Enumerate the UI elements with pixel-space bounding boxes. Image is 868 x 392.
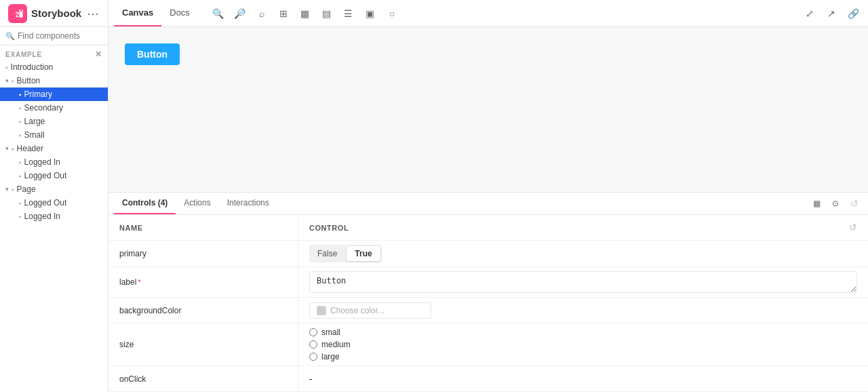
preview-button[interactable]: Button [125, 43, 180, 65]
tab-interactions[interactable]: Interactions [219, 193, 277, 214]
menu-button[interactable]: ⋯ [85, 4, 100, 23]
label-input[interactable]: Button [309, 271, 857, 293]
component-icon: ▪ [19, 199, 22, 207]
folder-icon: ▪ [12, 77, 14, 85]
control-value-size: small medium large [298, 324, 868, 366]
component-icon: ▪ [19, 172, 22, 180]
radio-small-input[interactable] [309, 328, 317, 336]
list-icon[interactable]: ☰ [339, 4, 358, 23]
grid-view-icon[interactable]: ⊞ [274, 4, 293, 23]
zoom-out-icon[interactable]: 🔎 [231, 4, 250, 23]
control-row-backgroundcolor: backgroundColor Choose color... [108, 298, 868, 324]
sidebar: 🔍 / EXAMPLE ✕ ▪ Introduction ▾ ▪ Button … [0, 27, 108, 392]
content-area: Button Controls (4) Actions Interactions… [108, 27, 868, 392]
section-header: EXAMPLE ✕ [0, 45, 108, 60]
tab-canvas[interactable]: Canvas [114, 0, 161, 26]
radio-medium-input[interactable] [309, 340, 317, 349]
control-row-label: label* Button [108, 267, 868, 298]
tab-actions[interactable]: Actions [176, 193, 218, 214]
control-name-size: size [108, 324, 298, 366]
expand-icon[interactable]: ⤢ [800, 4, 819, 23]
sidebar-item-logged-in-page[interactable]: ▪ Logged In [0, 210, 108, 223]
chevron-down-icon: ▾ [5, 186, 9, 193]
radio-large[interactable]: large [309, 352, 351, 361]
ctrl-tab-icons: ▦ ⊙ ↺ [808, 195, 863, 212]
sidebar-item-header[interactable]: ▾ ▪ Header [0, 142, 108, 155]
grid-view-icon[interactable]: ▦ [808, 195, 825, 212]
control-value-primary: False True [298, 241, 868, 267]
radio-medium-label: medium [321, 340, 351, 349]
controls-panel: Controls (4) Actions Interactions ▦ ⊙ ↺ … [108, 192, 868, 392]
chevron-down-icon: ▾ [5, 145, 9, 152]
color-picker-button[interactable]: Choose color... [309, 302, 431, 319]
control-value-backgroundcolor: Choose color... [298, 298, 868, 323]
search-bar: 🔍 / [0, 27, 108, 45]
close-section-icon[interactable]: ✕ [95, 50, 102, 59]
search-input[interactable] [18, 31, 108, 41]
circle-icon[interactable]: ○ [382, 4, 401, 23]
component-icon: ▪ [19, 91, 22, 98]
app-name: Storybook [31, 7, 81, 19]
required-indicator: * [138, 278, 140, 286]
control-value-label: Button [298, 267, 868, 297]
toggle-group-primary: False True [309, 245, 382, 262]
folder-icon: ▪ [12, 145, 14, 153]
component-icon: ▪ [19, 159, 22, 166]
onclick-value: - [309, 374, 312, 384]
canvas-area: Button [108, 27, 868, 192]
grid-list-icon[interactable]: ▦ [296, 4, 315, 23]
toggle-true-button[interactable]: True [347, 246, 380, 261]
controls-header-row: Name Control ↺ [108, 215, 868, 241]
component-icon: ▪ [19, 213, 22, 220]
sidebar-item-logged-in-header[interactable]: ▪ Logged In [0, 155, 108, 169]
sidebar-item-primary[interactable]: ▪ Primary [0, 87, 108, 101]
component-icon: ▪ [19, 132, 22, 139]
control-name-label: label* [108, 267, 298, 297]
sidebar-item-button[interactable]: ▾ ▪ Button [0, 74, 108, 87]
radio-large-label: large [321, 352, 340, 361]
sidebar-item-label: Button [17, 76, 41, 85]
tab-controls[interactable]: Controls (4) [114, 193, 176, 214]
control-name-onclick: onClick [108, 366, 298, 391]
sidebar-item-logged-out-header[interactable]: ▪ Logged Out [0, 169, 108, 182]
top-bar: Storybook ⋯ Canvas Docs 🔍 🔎 ⌕ ⊞ ▦ ▤ ☰ ▣ … [0, 0, 868, 27]
sidebar-item-introduction[interactable]: ▪ Introduction [0, 60, 108, 74]
sidebar-item-label: Page [17, 184, 36, 194]
sidebar-item-logged-out-page[interactable]: ▪ Logged Out [0, 196, 108, 210]
sidebar-icon[interactable]: ▣ [361, 4, 380, 23]
color-placeholder: Choose color... [330, 306, 384, 315]
chevron-down-icon: ▾ [5, 77, 9, 84]
radio-large-input[interactable] [309, 353, 317, 361]
sidebar-item-secondary[interactable]: ▪ Secondary [0, 101, 108, 115]
link-icon[interactable]: 🔗 [844, 4, 863, 23]
radio-small[interactable]: small [309, 328, 351, 337]
search-icon[interactable]: ⌕ [252, 4, 271, 23]
settings-icon[interactable]: ⊙ [827, 195, 844, 212]
sidebar-item-small[interactable]: ▪ Small [0, 128, 108, 142]
toggle-false-button[interactable]: False [309, 245, 345, 262]
zoom-in-icon[interactable]: 🔍 [209, 4, 228, 23]
share-icon[interactable]: ↗ [822, 4, 841, 23]
doc-icon: ▪ [5, 64, 8, 71]
radio-medium[interactable]: medium [309, 340, 351, 349]
control-name-primary: primary [108, 241, 298, 267]
sidebar-item-label: Large [24, 117, 45, 126]
sidebar-item-label: Header [17, 144, 43, 153]
reset-all-icon[interactable]: ↺ [849, 222, 857, 233]
sidebar-item-label: Introduction [11, 62, 54, 72]
sidebar-item-label: Secondary [24, 103, 63, 113]
control-value-onclick: - [298, 366, 868, 391]
radio-small-label: small [321, 328, 340, 337]
search-icon: 🔍 [5, 32, 15, 41]
tab-docs[interactable]: Docs [161, 0, 198, 26]
sidebar-item-label: Logged In [24, 212, 60, 221]
control-name-backgroundcolor: backgroundColor [108, 298, 298, 323]
sidebar-item-page[interactable]: ▾ ▪ Page [0, 182, 108, 196]
radio-group-size: small medium large [309, 328, 351, 361]
section-label: EXAMPLE [5, 51, 42, 58]
reset-icon[interactable]: ↺ [846, 195, 863, 212]
sidebar-item-large[interactable]: ▪ Large [0, 115, 108, 128]
sidebar-item-label: Primary [24, 90, 52, 99]
storybook-logo-icon [8, 4, 27, 23]
table-icon[interactable]: ▤ [317, 4, 336, 23]
